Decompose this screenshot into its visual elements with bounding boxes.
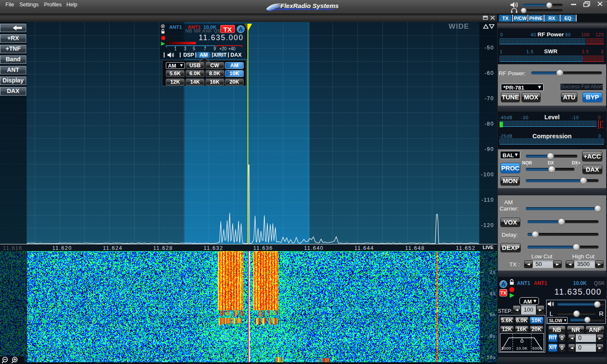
popup-bw-5p6k[interactable]: 5.6K [166, 70, 184, 77]
high-cut-spinner-down[interactable]: ◄ [566, 260, 574, 268]
mute-icon[interactable] [161, 24, 165, 28]
popup-bw-20k[interactable]: 20K [225, 79, 244, 85]
high-cut-spinner-up[interactable]: ► [595, 260, 604, 268]
pcw-tx-badge[interactable]: TX [500, 289, 507, 296]
proc-button[interactable]: PROC [500, 163, 520, 173]
side-button-dax[interactable]: DAX [0, 87, 26, 96]
popup-bw-16k[interactable]: 16K [206, 79, 224, 85]
pcw-mode-select[interactable]: AM▼ [519, 297, 539, 305]
pcw-filter-5p6k[interactable]: 5.6K [500, 317, 514, 324]
flag-tab-dax[interactable]: DAX [229, 52, 243, 58]
zoom-out-icon[interactable] [1, 356, 10, 364]
side-button-rx[interactable]: +RX [0, 34, 26, 43]
popup-bw-14k[interactable]: 14K [186, 79, 204, 85]
popup-mode-select[interactable]: AM▼ [166, 62, 185, 69]
tune-button[interactable]: TUNE [501, 92, 520, 102]
sidebar-tab-eq[interactable]: EQ [560, 15, 575, 22]
pcw-step-spinner-up[interactable]: ► [536, 305, 544, 315]
atu-button[interactable]: ATU [561, 92, 577, 102]
master-volume-slider-thumb[interactable] [546, 2, 552, 8]
vox-button[interactable]: VOX [500, 218, 520, 227]
slice-flag[interactable]: ANT1ANT110.0KNB NR ANF QSKTXA11.635.0001… [160, 24, 247, 59]
popup-bw-6p0k[interactable]: 6.0K [186, 70, 204, 77]
sidebar-tab-tx[interactable]: TX [499, 15, 512, 22]
pcw-rit-down[interactable]: ◄ [568, 334, 575, 342]
am-carrier-slider-thumb[interactable] [594, 205, 602, 212]
window-minimize-button[interactable] [567, 0, 580, 8]
mox-button[interactable]: MOX [522, 92, 541, 102]
mon-button[interactable]: MON [500, 176, 520, 186]
pcw-pan-slider-thumb[interactable] [573, 310, 580, 317]
acc-button[interactable]: +ACC [582, 151, 602, 161]
proc-slider-thumb[interactable] [548, 166, 555, 173]
slice-center-line[interactable] [247, 24, 248, 244]
pcw-agc-select[interactable]: SLOW▼ [547, 317, 568, 323]
pcw-record-icon[interactable] [509, 287, 514, 292]
pcw-xit-button[interactable]: XIT [548, 344, 558, 352]
pcw-slice-letter-badge[interactable]: A [500, 280, 507, 288]
pcw-filter-6p0k[interactable]: 6.0K [515, 317, 529, 324]
pcw-nb[interactable]: NB [548, 326, 566, 334]
mon-slider-thumb[interactable] [580, 177, 587, 184]
pcw-filter-16k[interactable]: 16K [515, 326, 529, 333]
sidebar-tab-pcw[interactable]: P/CW [514, 15, 527, 22]
rf-power-slider-thumb[interactable] [556, 69, 563, 77]
vox-slider-thumb[interactable] [558, 218, 565, 225]
pcw-xit-value[interactable]: 0 [576, 344, 596, 352]
pcw-anf[interactable]: ANF [585, 326, 604, 334]
pcw-xit-down[interactable]: ◄ [568, 344, 575, 352]
popup-mode-usb[interactable]: USB [186, 62, 204, 69]
pcw-xit-up[interactable]: ► [596, 344, 604, 352]
zoom-in-icon[interactable] [11, 356, 19, 364]
pcw-nr[interactable]: NR [567, 326, 585, 334]
pcw-agc-slider-thumb[interactable] [584, 317, 591, 323]
window-restore-button[interactable] [580, 0, 593, 8]
popup-mode-am[interactable]: AM [225, 62, 244, 69]
side-button-band[interactable]: Band [0, 55, 26, 64]
menu-file[interactable]: File [5, 1, 14, 8]
panadapter-spectrum[interactable]: -50-60-70-80-90-100-110-120 WIDE +RX+TNF… [0, 22, 497, 244]
pcw-step-spinner-value[interactable]: 100 [521, 305, 536, 315]
pcw-rit-step[interactable]: 0 [558, 334, 566, 342]
low-cut-spinner-up[interactable]: ► [553, 260, 562, 268]
dax-button[interactable]: DAX [582, 165, 602, 174]
panadapter-restore-icon[interactable] [483, 15, 488, 20]
pcw-play-icon[interactable] [509, 293, 515, 298]
flag-tab-dsp[interactable]: DSP [181, 52, 196, 58]
flag-slice-letter-badge[interactable]: A [237, 25, 244, 33]
byp-button[interactable]: BYP [582, 92, 602, 102]
popup-bw-12k[interactable]: 12K [166, 79, 184, 85]
flag-tx-badge[interactable]: TX [220, 25, 235, 33]
low-cut-spinner-value[interactable]: 50 [533, 260, 553, 268]
audio-icon[interactable] [167, 52, 175, 58]
side-button-tnf[interactable]: +TNF [0, 45, 26, 53]
pcw-filter-10k[interactable]: 10K [530, 317, 544, 324]
mic-level-slider-thumb[interactable] [547, 153, 554, 160]
side-button-ant[interactable]: ANT [0, 66, 26, 74]
menu-settings[interactable]: Settings [19, 1, 38, 8]
delay-slider-thumb[interactable] [532, 231, 539, 238]
pcw-filter-20k[interactable]: 20K [530, 326, 544, 333]
profile-select[interactable]: *PR-781▼ [501, 84, 544, 91]
menu-help[interactable]: Help [66, 1, 77, 8]
pcw-step-spinner-down[interactable]: ◄ [513, 305, 521, 315]
sidebar-tab-phne[interactable]: PHNE [529, 15, 543, 22]
back-button[interactable] [0, 24, 26, 32]
popup-bw-10k[interactable]: 10K [225, 70, 244, 77]
popup-bw-8p0k[interactable]: 8.0K [206, 70, 224, 77]
bal-select[interactable]: BAL▼ [500, 151, 520, 159]
sidebar-tab-rx[interactable]: RX [544, 15, 559, 22]
flag-tab-am[interactable]: AM [196, 52, 211, 58]
pcw-xit-step[interactable]: 0 [558, 344, 566, 352]
pcw-filter-12k[interactable]: 12K [500, 326, 514, 333]
dexp-button[interactable]: DEXP [500, 243, 521, 252]
low-cut-spinner-down[interactable]: ◄ [524, 260, 533, 268]
high-cut-spinner-value[interactable]: 3500 [574, 260, 595, 268]
dexp-slider-thumb[interactable] [573, 244, 580, 251]
headphone-volume-slider-thumb[interactable] [521, 8, 527, 14]
pcw-rit-up[interactable]: ► [596, 334, 604, 342]
waterfall-display[interactable] [0, 251, 497, 364]
pcw-lock-icon[interactable] [509, 279, 515, 286]
side-button-display[interactable]: Display [0, 77, 26, 85]
pcw-rit-button[interactable]: RIT [548, 334, 558, 342]
